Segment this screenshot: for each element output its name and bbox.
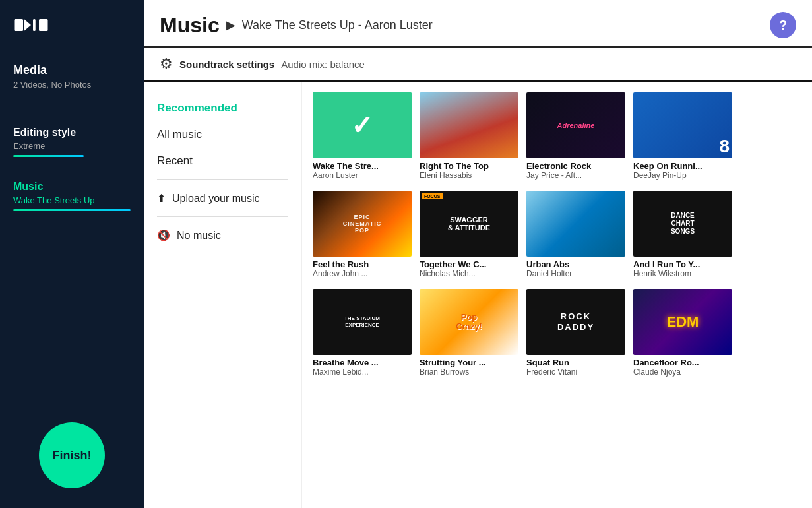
media-sub: 2 Videos, No Photos <box>13 80 131 90</box>
page-title: Music <box>160 13 220 38</box>
music-thumb-1: ✓ <box>313 92 412 158</box>
music-thumb-2 <box>420 92 518 158</box>
music-title-4: Keep On Runni... <box>633 161 732 171</box>
music-thumb-6: FOCUS SWAGGER& ATTITUDE <box>420 191 518 257</box>
music-thumb-5: EPICCINEMATICPOP <box>313 191 412 257</box>
play-icon[interactable]: ▶ <box>226 18 235 32</box>
media-section: Media 2 Videos, No Photos <box>0 57 144 110</box>
music-artist-7: Daniel Holter <box>526 269 625 278</box>
editing-title: Editing style <box>13 127 131 139</box>
header-left: Music ▶ Wake The Streets Up - Aaron Lust… <box>160 13 433 38</box>
music-title-8: And I Run To Y... <box>633 259 732 269</box>
content-area: Recommended All music Recent ⬆ Upload yo… <box>144 82 812 508</box>
music-artist-1: Aaron Luster <box>313 171 412 180</box>
nav-no-music[interactable]: 🔇 No music <box>157 222 288 248</box>
no-music-icon: 🔇 <box>157 229 170 241</box>
soundtrack-settings-label[interactable]: Soundtrack settings <box>179 59 274 70</box>
svg-rect-3 <box>39 19 48 31</box>
settings-bar: ⚙ Soundtrack settings Audio mix: balance <box>144 48 812 82</box>
music-title-7: Urban Abs <box>526 259 625 269</box>
music-card-11[interactable]: ROCKDADDY Squat RunFrederic Vitani <box>526 289 625 377</box>
music-artist-5: Andrew John ... <box>313 269 412 278</box>
music-artist-3: Jay Price - Aft... <box>526 171 625 180</box>
music-row-0: ✓ Wake The Stre...Aaron LusterRight To T… <box>313 92 801 180</box>
music-thumb-12: EDM <box>633 289 732 355</box>
nav-upload-music[interactable]: ⬆ Upload your music <box>157 185 288 211</box>
music-card-4[interactable]: 8 Keep On Runni...DeeJay Pin-Up <box>633 92 732 180</box>
nav-recent[interactable]: Recent <box>157 148 288 174</box>
music-thumb-11: ROCKDADDY <box>526 289 625 355</box>
music-thumb-7 <box>526 191 625 257</box>
music-artist-10: Brian Burrows <box>420 367 518 377</box>
music-card-12[interactable]: EDM Dancefloor Ro...Claude Njoya <box>633 289 732 377</box>
logo <box>0 0 144 57</box>
music-title-11: Squat Run <box>526 358 625 367</box>
music-section: Music Wake The Streets Up <box>0 174 144 218</box>
music-artist-12: Claude Njoya <box>633 367 732 377</box>
music-sub: Wake The Streets Up <box>13 195 131 205</box>
music-thumb-9: THE STADIUMEXPERIENCE <box>313 289 412 355</box>
music-title: Music <box>13 181 131 193</box>
music-artist-6: Nicholas Mich... <box>420 269 518 278</box>
nav-all-music[interactable]: All music <box>157 121 288 148</box>
music-row-2: THE STADIUMEXPERIENCE Breathe Move ...Ma… <box>313 289 801 377</box>
music-progress-bar <box>13 209 131 211</box>
music-card-10[interactable]: PopCrazy! Strutting Your ...Brian Burrow… <box>420 289 518 377</box>
editing-section: Editing style Extreme <box>0 120 144 164</box>
music-row-1: EPICCINEMATICPOP Feel the RushAndrew Joh… <box>313 191 801 278</box>
music-artist-8: Henrik Wikstrom <box>633 269 732 278</box>
no-music-label: No music <box>177 230 221 241</box>
finish-button[interactable]: Finish! <box>39 422 105 488</box>
svg-rect-0 <box>15 19 24 31</box>
nav-recommended[interactable]: Recommended <box>157 95 288 121</box>
music-title-6: Together We C... <box>420 259 518 269</box>
music-thumb-8: DANCECHARTSONGS <box>633 191 732 257</box>
now-playing-track: Wake The Streets Up - Aaron Luster <box>242 18 433 32</box>
music-title-5: Feel the Rush <box>313 259 412 269</box>
music-card-5[interactable]: EPICCINEMATICPOP Feel the RushAndrew Joh… <box>313 191 412 278</box>
music-card-9[interactable]: THE STADIUMEXPERIENCE Breathe Move ...Ma… <box>313 289 412 377</box>
upload-icon: ⬆ <box>157 192 166 205</box>
editing-progress-bar <box>13 155 84 157</box>
music-artist-9: Maxime Lebid... <box>313 367 412 377</box>
page-header: Music ▶ Wake The Streets Up - Aaron Lust… <box>144 0 812 48</box>
music-artist-2: Eleni Hassabis <box>420 171 518 180</box>
audio-mix-label: Audio mix: balance <box>281 59 365 70</box>
music-title-1: Wake The Stre... <box>313 161 412 171</box>
music-artist-4: DeeJay Pin-Up <box>633 171 732 180</box>
music-artist-11: Frederic Vitani <box>526 367 625 377</box>
music-title-2: Right To The Top <box>420 161 518 171</box>
gear-icon: ⚙ <box>160 55 173 73</box>
editing-sub: Extreme <box>13 141 131 151</box>
media-title: Media <box>13 63 131 77</box>
music-title-10: Strutting Your ... <box>420 358 518 367</box>
svg-marker-1 <box>24 19 32 31</box>
music-title-9: Breathe Move ... <box>313 358 412 367</box>
music-thumb-10: PopCrazy! <box>420 289 518 355</box>
music-title-3: Electronic Rock <box>526 161 625 171</box>
music-card-7[interactable]: Urban AbsDaniel Holter <box>526 191 625 278</box>
svg-rect-2 <box>33 19 36 31</box>
sidebar: Media 2 Videos, No Photos Editing style … <box>0 0 144 508</box>
music-grid: ✓ Wake The Stre...Aaron LusterRight To T… <box>302 82 812 508</box>
music-title-12: Dancefloor Ro... <box>633 358 732 367</box>
music-card-6[interactable]: FOCUS SWAGGER& ATTITUDE Together We C...… <box>420 191 518 278</box>
music-card-2[interactable]: Right To The TopEleni Hassabis <box>420 92 518 180</box>
music-card-8[interactable]: DANCECHARTSONGS And I Run To Y...Henrik … <box>633 191 732 278</box>
help-button[interactable]: ? <box>770 12 796 38</box>
music-thumb-4: 8 <box>633 92 732 158</box>
music-card-3[interactable]: Adrenaline Electronic RockJay Price - Af… <box>526 92 625 180</box>
music-nav: Recommended All music Recent ⬆ Upload yo… <box>144 82 302 508</box>
music-card-1[interactable]: ✓ Wake The Stre...Aaron Luster <box>313 92 412 180</box>
main-content: Music ▶ Wake The Streets Up - Aaron Lust… <box>144 0 812 508</box>
music-thumb-3: Adrenaline <box>526 92 625 158</box>
upload-label: Upload your music <box>172 193 260 205</box>
